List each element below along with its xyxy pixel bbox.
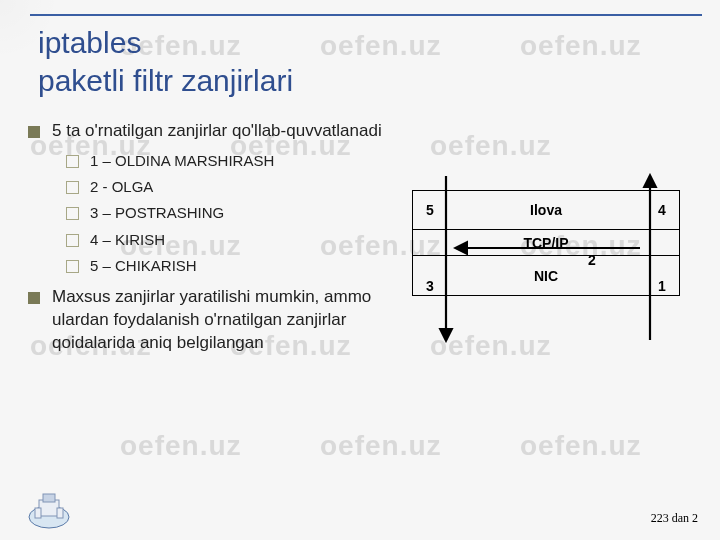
svg-rect-5 [43,494,55,502]
subbullet-3: 3 – POSTRASHING [66,203,406,223]
svg-rect-7 [57,508,63,518]
title-rule [30,14,702,16]
subbullet-2: 2 - OLGA [66,177,406,197]
svg-rect-6 [35,508,41,518]
subbullet-5: 5 – CHIKARISH [66,256,406,276]
bullet-2: Maxsus zanjirlar yaratilishi mumkin, amm… [26,286,406,355]
page-number: 223 dan 2 [651,511,698,526]
footer-crest-icon [26,490,72,530]
subbullet-1: 1 – OLDINA MARSHIRASH [66,151,406,171]
bullet-1-text: 5 ta o'rnatilgan zanjirlar qo'llab-quvva… [52,121,382,140]
diagram-arrows [412,190,680,370]
subbullet-4: 4 – KIRISH [66,230,406,250]
network-stack-diagram: Ilova TCP/IP NIC 5 4 2 3 1 [412,190,680,330]
bullet-1: 5 ta o'rnatilgan zanjirlar qo'llab-quvva… [26,120,406,276]
title-line-1: iptables [38,26,141,59]
slide-title: iptables paketli filtr zanjirlari [38,24,293,99]
body-content: 5 ta o'rnatilgan zanjirlar qo'llab-quvva… [26,120,406,365]
title-line-2: paketli filtr zanjirlari [38,64,293,97]
